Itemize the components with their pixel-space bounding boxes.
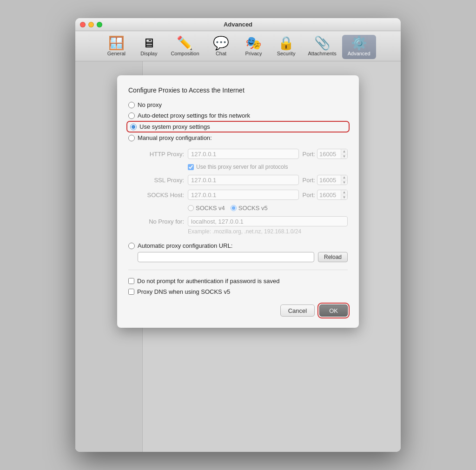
advanced-icon: ⚙️ <box>351 37 367 50</box>
socks-host-label: SOCKS Host: <box>138 192 184 199</box>
proxy-dns-checkbox[interactable] <box>128 289 134 295</box>
privacy-icon: 🎭 <box>245 37 262 50</box>
http-port-wrap: ▲ ▼ <box>317 149 348 159</box>
socks-port-down[interactable]: ▼ <box>341 195 347 200</box>
divider <box>128 270 348 270</box>
use-for-all-checkbox[interactable] <box>188 164 194 170</box>
no-proxy-row: No Proxy for: <box>138 216 348 226</box>
socks-v5-radio[interactable] <box>231 205 237 211</box>
ssl-port-down[interactable]: ▼ <box>341 180 347 185</box>
toolbar-item-security[interactable]: 🔒 Security <box>270 35 303 59</box>
auto-proxy-url-row: Reload <box>138 252 348 262</box>
socks-v4-radio[interactable] <box>188 205 194 211</box>
ssl-proxy-label: SSL Proxy: <box>138 177 184 184</box>
http-port-input[interactable] <box>317 151 341 158</box>
radio-auto-proxy-url[interactable]: Automatic proxy configuration URL: <box>128 242 348 249</box>
socks-host-row: SOCKS Host: Port: ▲ ▼ <box>138 190 348 200</box>
chat-label: Chat <box>216 51 226 56</box>
auto-proxy-section: Automatic proxy configuration URL: Reloa… <box>128 242 348 262</box>
dialog-title: Configure Proxies to Access the Internet <box>128 86 348 94</box>
radio-use-system-label: Use system proxy settings <box>139 123 210 130</box>
close-button[interactable] <box>80 22 86 27</box>
radio-use-system-input[interactable] <box>130 124 137 130</box>
http-port-down[interactable]: ▼ <box>341 154 347 159</box>
main-window: Advanced 🪟 General 🖥 Display ✏️ Composit… <box>75 18 401 452</box>
general-icon: 🪟 <box>108 37 125 50</box>
toolbar-item-display[interactable]: 🖥 Display <box>132 35 165 59</box>
radio-manual-input[interactable] <box>128 135 135 141</box>
http-proxy-input[interactable] <box>188 149 299 159</box>
advanced-label: Advanced <box>348 51 370 56</box>
window-title: Advanced <box>224 21 252 28</box>
chat-icon: 💬 <box>213 37 229 50</box>
radio-auto-detect-input[interactable] <box>128 113 135 119</box>
privacy-label: Privacy <box>245 51 262 56</box>
toolbar-item-chat[interactable]: 💬 Chat <box>205 35 238 59</box>
socks-v5-option[interactable]: SOCKS v5 <box>231 205 268 212</box>
ssl-port-label: Port: <box>303 177 315 184</box>
ssl-port-wrap: ▲ ▼ <box>317 175 348 185</box>
proxy-dns-label: Proxy DNS when using SOCKS v5 <box>137 288 230 295</box>
ssl-port-stepper: ▲ ▼ <box>341 175 347 185</box>
radio-no-proxy[interactable]: No proxy <box>128 101 348 108</box>
titlebar: Advanced <box>75 18 401 31</box>
socks-port-stepper: ▲ ▼ <box>341 190 347 200</box>
auto-proxy-url-input[interactable] <box>138 252 314 262</box>
radio-no-proxy-input[interactable] <box>128 102 135 108</box>
attachments-icon: 📎 <box>314 37 331 50</box>
cancel-button[interactable]: Cancel <box>280 305 315 317</box>
proxy-dialog: Configure Proxies to Access the Internet… <box>117 75 359 328</box>
socks-port-label: Port: <box>303 192 315 199</box>
no-auth-prompt-row: Do not prompt for authentication if pass… <box>128 278 348 285</box>
ssl-port-up[interactable]: ▲ <box>341 175 347 180</box>
ssl-proxy-input[interactable] <box>188 175 299 185</box>
toolbar-item-attachments[interactable]: 📎 Attachments <box>303 35 342 59</box>
composition-icon: ✏️ <box>177 37 193 50</box>
socks-port-up[interactable]: ▲ <box>341 190 347 195</box>
ssl-port-input[interactable] <box>317 177 341 184</box>
general-label: General <box>107 51 126 56</box>
composition-label: Composition <box>171 51 199 56</box>
auto-proxy-label: Automatic proxy configuration URL: <box>138 242 232 249</box>
use-for-all-label: Use this proxy server for all protocols <box>196 164 288 170</box>
display-label: Display <box>140 51 157 56</box>
radio-use-system[interactable]: Use system proxy settings <box>128 123 348 131</box>
maximize-button[interactable] <box>97 22 102 27</box>
toolbar-item-privacy[interactable]: 🎭 Privacy <box>238 35 270 59</box>
minimize-button[interactable] <box>88 22 94 27</box>
socks-port-wrap: ▲ ▼ <box>317 190 348 200</box>
radio-auto-detect-label: Auto-detect proxy settings for this netw… <box>138 112 250 119</box>
socks-v4-label: SOCKS v4 <box>196 205 225 212</box>
ok-button[interactable]: OK <box>319 305 348 317</box>
security-label: Security <box>277 51 296 56</box>
security-icon: 🔒 <box>278 37 294 50</box>
toolbar-item-composition[interactable]: ✏️ Composition <box>165 35 205 59</box>
http-proxy-label: HTTP Proxy: <box>138 151 184 158</box>
http-port-up[interactable]: ▲ <box>341 149 347 154</box>
socks-port-input[interactable] <box>317 192 341 199</box>
radio-manual[interactable]: Manual proxy configuration: <box>128 134 348 141</box>
no-proxy-for-input[interactable] <box>188 216 348 226</box>
socks-host-input[interactable] <box>188 190 299 200</box>
traffic-lights <box>80 22 102 27</box>
toolbar-item-advanced[interactable]: ⚙️ Advanced <box>342 35 376 59</box>
reload-button[interactable]: Reload <box>318 252 348 262</box>
toolbar: 🪟 General 🖥 Display ✏️ Composition 💬 Cha… <box>75 31 401 61</box>
toolbar-item-general[interactable]: 🪟 General <box>100 35 132 59</box>
radio-manual-label: Manual proxy configuration: <box>138 134 212 141</box>
radio-auto-proxy-url-input[interactable] <box>128 243 135 249</box>
content-area: Configure Proxies to Access the Internet… <box>75 61 401 452</box>
attachments-label: Attachments <box>308 51 337 56</box>
no-auth-prompt-checkbox[interactable] <box>128 278 134 284</box>
socks-v4-option[interactable]: SOCKS v4 <box>188 205 225 212</box>
http-proxy-row: HTTP Proxy: Port: ▲ ▼ <box>138 149 348 159</box>
proxy-dns-row: Proxy DNS when using SOCKS v5 <box>128 288 348 295</box>
ssl-proxy-row: SSL Proxy: Port: ▲ ▼ <box>138 175 348 185</box>
proxy-radio-group: No proxy Auto-detect proxy settings for … <box>128 101 348 141</box>
http-port-stepper: ▲ ▼ <box>341 149 347 159</box>
display-icon: 🖥 <box>142 37 155 50</box>
radio-auto-detect[interactable]: Auto-detect proxy settings for this netw… <box>128 112 348 119</box>
no-proxy-for-label: No Proxy for: <box>138 218 184 225</box>
socks-v5-label: SOCKS v5 <box>238 205 268 212</box>
no-proxy-example: Example: .mozilla.org, .net.nz, 192.168.… <box>188 228 348 235</box>
